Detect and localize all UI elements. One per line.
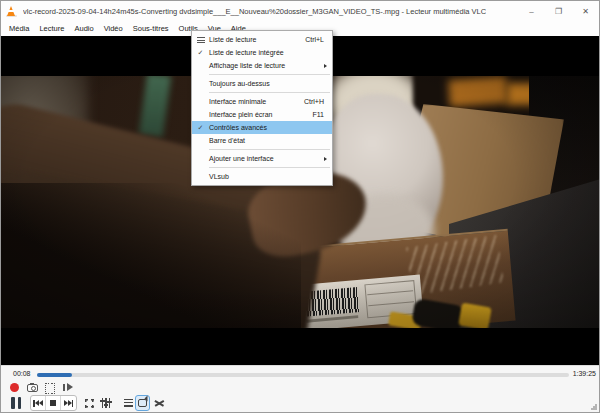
pause-button[interactable] — [9, 396, 23, 410]
record-icon — [10, 383, 19, 392]
vlc-window: vlc-record-2025-09-04-14h24m45s-Converti… — [0, 0, 600, 413]
menubar-item-media[interactable]: Média — [4, 22, 34, 35]
stop-icon — [50, 400, 56, 406]
controls-panel: 00:08 1:39:25 100 — [1, 365, 599, 412]
maximize-button[interactable]: ❐ — [545, 1, 572, 21]
shuffle-button[interactable] — [152, 395, 168, 411]
menu-separator — [209, 167, 330, 168]
check-icon: ✓ — [192, 49, 209, 57]
extended-settings-button[interactable] — [98, 395, 114, 411]
window-title: vlc-record-2025-09-04-14h24m45s-Converti… — [23, 7, 486, 16]
fullscreen-button[interactable] — [81, 395, 97, 411]
close-button[interactable]: ✕ — [572, 1, 599, 21]
playlist-icon — [192, 37, 209, 43]
menu-item-barre-d-etat[interactable]: Barre d'état — [192, 134, 332, 147]
menu-item-liste-integree[interactable]: ✓ Liste de lecture intégrée — [192, 46, 332, 59]
pause-icon — [11, 397, 15, 409]
menu-item-liste-de-lecture[interactable]: Liste de lecture Ctrl+L — [192, 33, 332, 46]
record-button[interactable] — [8, 382, 20, 394]
playlist-button[interactable] — [120, 395, 136, 411]
shuffle-icon — [155, 399, 165, 408]
vlc-cone-icon — [6, 5, 17, 17]
fullscreen-icon — [85, 399, 94, 408]
next-button[interactable] — [61, 396, 76, 410]
snapshot-button[interactable] — [26, 382, 38, 394]
menu-item-vlsub[interactable]: VLsub — [192, 170, 332, 183]
menubar-item-video[interactable]: Vidéo — [99, 22, 128, 35]
stop-button[interactable] — [46, 396, 61, 410]
menu-separator — [209, 92, 330, 93]
menu-item-controles-avances[interactable]: ✓ Contrôles avancés — [192, 121, 332, 134]
minimize-button[interactable]: – — [518, 1, 545, 21]
submenu-arrow-icon — [324, 157, 327, 161]
menu-item-toujours-au-dessus[interactable]: Toujours au-dessus — [192, 77, 332, 90]
loop-a-b-button[interactable] — [44, 382, 56, 394]
menubar-item-lecture[interactable]: Lecture — [34, 22, 69, 35]
elapsed-time: 00:08 — [13, 370, 31, 377]
submenu-arrow-icon — [324, 64, 327, 68]
loop-a-b-icon — [45, 383, 55, 392]
title-bar[interactable]: vlc-record-2025-09-04-14h24m45s-Converti… — [1, 1, 599, 21]
menu-separator — [209, 149, 330, 150]
frame-by-frame-button[interactable] — [62, 382, 74, 394]
resize-grip[interactable] — [590, 403, 598, 411]
menubar-item-audio[interactable]: Audio — [69, 22, 98, 35]
total-time: 1:39:25 — [573, 370, 596, 377]
menu-item-interface-minimale[interactable]: Interface minimale Ctrl+H — [192, 95, 332, 108]
menubar-item-sous-titres[interactable]: Sous-titres — [128, 22, 174, 35]
main-controls-row: 100% — [1, 395, 599, 413]
camera-icon — [27, 384, 38, 392]
vue-menu-popup: Liste de lecture Ctrl+L ✓ Liste de lectu… — [191, 30, 333, 186]
equalizer-icon — [102, 398, 111, 408]
playlist-icon — [124, 399, 133, 407]
loop-icon — [138, 399, 147, 407]
menu-separator — [209, 74, 330, 75]
loop-button-active[interactable] — [135, 395, 150, 411]
previous-button[interactable] — [31, 396, 46, 410]
advanced-controls-row — [8, 381, 74, 394]
check-icon: ✓ — [192, 124, 209, 132]
menu-item-affichage-liste[interactable]: Affichage liste de lecture — [192, 59, 332, 72]
seek-progress — [37, 373, 72, 377]
transport-button-group — [30, 395, 77, 411]
menu-item-ajouter-une-interface[interactable]: Ajouter une interface — [192, 152, 332, 165]
frame-step-icon — [63, 383, 73, 392]
seek-bar[interactable] — [37, 373, 569, 377]
menu-item-interface-plein-ecran[interactable]: Interface plein écran F11 — [192, 108, 332, 121]
